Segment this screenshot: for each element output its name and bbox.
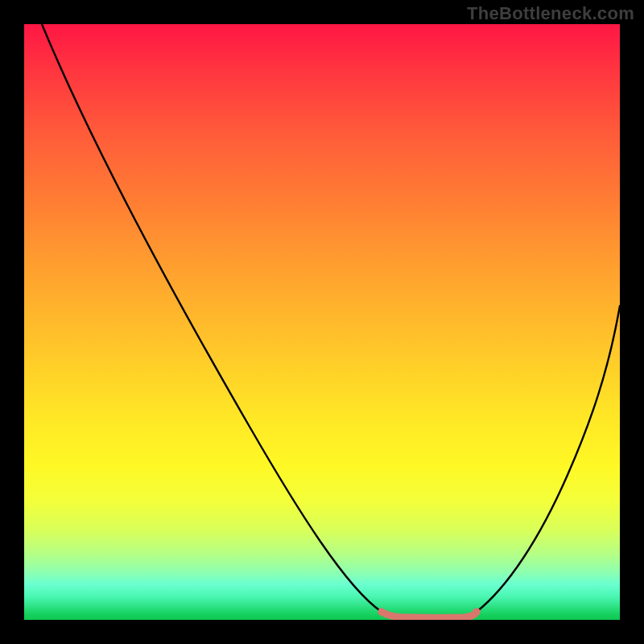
optimal-range-marker <box>382 612 477 617</box>
curve-left <box>42 24 382 612</box>
chart-container: TheBottleneck.com <box>0 0 644 644</box>
plot-area <box>24 24 620 620</box>
curve-overlay <box>24 24 620 620</box>
optimal-range-end-right <box>473 609 481 616</box>
watermark-text: TheBottleneck.com <box>467 3 634 24</box>
optimal-range-end-left <box>378 609 386 616</box>
curve-right <box>477 306 620 612</box>
